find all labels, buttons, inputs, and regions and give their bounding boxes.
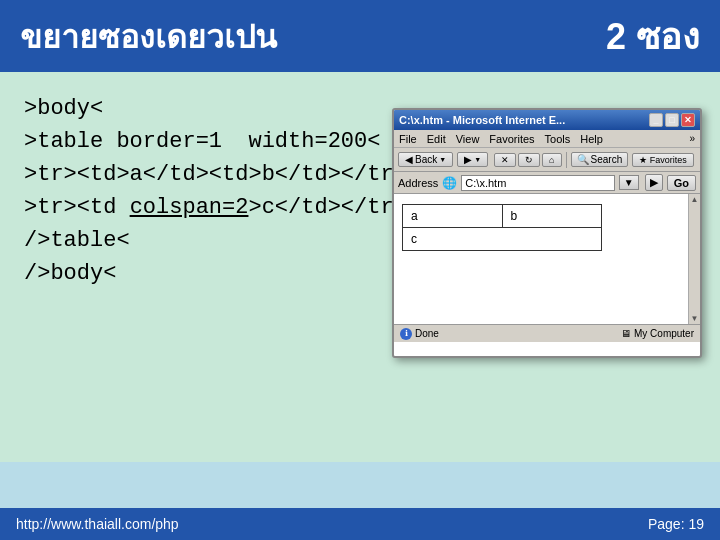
scroll-down-icon[interactable]: ▼	[690, 313, 700, 324]
menu-edit[interactable]: Edit	[427, 133, 446, 145]
forward-button[interactable]: ▶ ▼	[457, 152, 488, 167]
stop-button[interactable]: ✕	[494, 153, 516, 167]
minimize-button[interactable]: _	[649, 113, 663, 127]
table-cell-c: c	[403, 228, 602, 251]
status-done: ℹ Done	[400, 328, 439, 340]
back-chevron-icon: ▼	[439, 156, 446, 163]
back-label: Back	[415, 154, 437, 165]
table-cell-b: b	[502, 205, 602, 228]
browser-window: C:\x.htm - Microsoft Internet E... _ □ ✕…	[392, 108, 702, 358]
header-number: 2 ซอง	[606, 8, 700, 65]
nav-icons: ✕ ↻ ⌂	[494, 153, 561, 167]
maximize-button[interactable]: □	[665, 113, 679, 127]
search-label: Search	[591, 154, 623, 165]
menu-file[interactable]: File	[399, 133, 417, 145]
demo-table: a b c	[402, 204, 602, 251]
toolbar-separator	[566, 152, 567, 168]
footer-page: Page: 19	[648, 516, 704, 532]
search-button[interactable]: 🔍 Search	[571, 152, 629, 167]
menu-favorites[interactable]: Favorites	[489, 133, 534, 145]
status-computer: 🖥 My Computer	[621, 328, 694, 339]
search-icon: 🔍	[577, 154, 589, 165]
browser-controls: _ □ ✕	[649, 113, 695, 127]
browser-titlebar: C:\x.htm - Microsoft Internet E... _ □ ✕	[394, 110, 700, 130]
menu-help[interactable]: Help	[580, 133, 603, 145]
header-title: ขยายซองเดยวเปน	[20, 11, 277, 62]
page-icon: 🌐	[442, 176, 457, 190]
go-button[interactable]: Go	[667, 175, 696, 191]
status-done-label: Done	[415, 328, 439, 339]
address-label: Address	[398, 177, 438, 189]
browser-title: C:\x.htm - Microsoft Internet E...	[399, 114, 649, 126]
browser-statusbar: ℹ Done 🖥 My Computer	[394, 324, 700, 342]
computer-icon: 🖥	[621, 328, 631, 339]
status-icon: ℹ	[400, 328, 412, 340]
refresh-button[interactable]: ↻	[518, 153, 540, 167]
forward-chevron-icon: ▼	[474, 156, 481, 163]
address-input[interactable]	[461, 175, 614, 191]
browser-content-wrapper: a b c ▲ ▼	[394, 194, 700, 324]
table-cell-a: a	[403, 205, 503, 228]
menu-tools[interactable]: Tools	[545, 133, 571, 145]
browser-content: a b c	[394, 194, 700, 324]
address-bar: Address 🌐 ▼ ▶ Go	[394, 172, 700, 194]
forward-icon: ▶	[464, 154, 472, 165]
menu-view[interactable]: View	[456, 133, 480, 145]
back-button[interactable]: ◀ Back ▼	[398, 152, 453, 167]
home-button[interactable]: ⌂	[542, 153, 561, 167]
header-bar: ขยายซองเดยวเปน 2 ซอง	[0, 0, 720, 72]
browser-toolbar: ◀ Back ▼ ▶ ▼ ✕ ↻ ⌂ 🔍 Search ★ Favorites	[394, 148, 700, 172]
back-arrow-icon: ◀	[405, 154, 413, 165]
footer: http://www.thaiall.com/php Page: 19	[0, 508, 720, 540]
table-row: a b	[403, 205, 602, 228]
address-dropdown-button[interactable]: ▼	[619, 175, 639, 190]
scroll-up-icon[interactable]: ▲	[690, 194, 700, 205]
toolbar-extend[interactable]: »	[689, 133, 695, 144]
browser-menubar: File Edit View Favorites Tools Help »	[394, 130, 700, 148]
go-arrow-icon[interactable]: ▶	[645, 174, 663, 191]
table-row: c	[403, 228, 602, 251]
favorites-toolbar-button[interactable]: ★ Favorites	[632, 153, 694, 167]
close-button[interactable]: ✕	[681, 113, 695, 127]
status-computer-label: My Computer	[634, 328, 694, 339]
footer-url: http://www.thaiall.com/php	[16, 516, 179, 532]
scrollbar-right[interactable]: ▲ ▼	[688, 194, 700, 324]
